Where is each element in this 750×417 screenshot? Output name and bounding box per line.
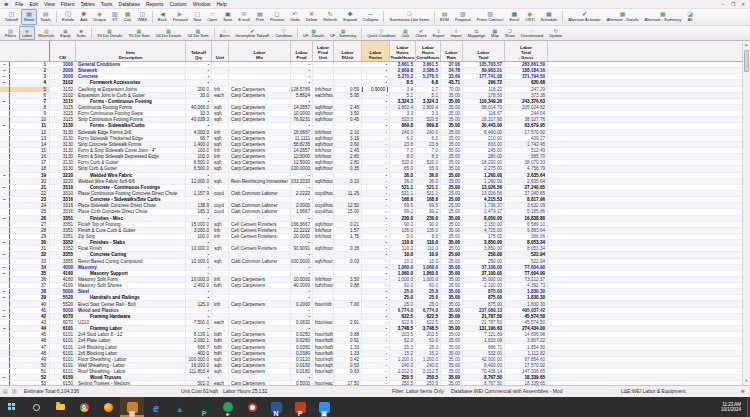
cell-description[interactable]: Float Finish xyxy=(76,246,186,251)
row-number[interactable]: 48 xyxy=(10,351,50,356)
cell-unit[interactable]: each xyxy=(212,93,229,98)
cell-labor-mix[interactable]: Carp Carpenters xyxy=(229,136,291,141)
cell-labor-hours-crew[interactable]: 520.0 xyxy=(416,160,441,165)
cell-labor-total[interactable]: 237,089.13 xyxy=(463,308,505,313)
row-collapse-marker[interactable] xyxy=(0,222,10,227)
cell-labor-per-unit[interactable] xyxy=(334,252,362,257)
cell-unit[interactable]: lnft xyxy=(212,148,229,153)
cell-takeoff-qty[interactable]: 10,000.0 xyxy=(186,246,212,251)
cell-labor-factor[interactable]: - xyxy=(362,246,390,251)
cell-labor-rate[interactable]: 35.00 xyxy=(441,246,463,251)
cell-labor-prod[interactable]: 14.2857 xyxy=(291,105,313,110)
cell-labor-hours-crew[interactable]: 5.1 xyxy=(416,93,441,98)
cell-labor-factor[interactable]: - xyxy=(362,185,390,190)
cell-labor-total[interactable]: 8,767.50 xyxy=(463,375,505,380)
cell-labor-total[interactable]: 1,820.09 xyxy=(463,338,505,343)
cell-labor-prod-unit[interactable]: sqft/hour xyxy=(313,166,334,171)
row-number[interactable]: 7 xyxy=(10,99,50,104)
cell-takeoff-qty[interactable]: - xyxy=(186,185,212,190)
cell-labor-factor[interactable]: - xyxy=(362,80,390,85)
cell-labor-prod-unit[interactable]: hour/bdft xyxy=(313,338,334,343)
cell-labor-prod[interactable]: - xyxy=(291,271,313,276)
row-filler[interactable] xyxy=(548,375,742,380)
cell-labor-hours-trade[interactable]: 3,748.5 xyxy=(390,326,416,331)
cell-labor-per-unit[interactable]: 0.63 xyxy=(334,369,362,374)
expand-button[interactable]: ✚Expand xyxy=(340,9,360,25)
row-number[interactable]: 10 xyxy=(10,117,50,122)
cell-labor-hours-trade[interactable]: 168.6 xyxy=(390,197,416,202)
cell-description[interactable]: Strip Continuous Footing Forms xyxy=(76,117,186,122)
edm-button[interactable]: ▤EDM xyxy=(437,9,452,25)
cell-labor-hours-trade[interactable]: 3.3 xyxy=(390,111,416,116)
cell-labor-factor[interactable]: - xyxy=(362,166,390,171)
row-filler[interactable] xyxy=(548,351,742,356)
cell-csi[interactable]: 3102 xyxy=(50,87,76,92)
cell-labor-mix[interactable] xyxy=(229,74,291,79)
cell-labor-hours-crew[interactable]: 2,800.4 xyxy=(416,105,441,110)
cell-unit[interactable] xyxy=(212,265,229,270)
cell-labor-prod-unit[interactable] xyxy=(313,99,334,104)
cell-takeoff-qty[interactable]: 2,000.1 xyxy=(186,338,212,343)
column-header-qty[interactable]: TakeoffQty xyxy=(186,41,212,61)
row-filler[interactable] xyxy=(548,295,742,300)
cell-labor-total[interactable]: 250.00 xyxy=(463,252,505,257)
cell-labor-hours-crew[interactable]: 1,060.0 xyxy=(416,271,441,276)
row-number[interactable]: 34 xyxy=(10,265,50,270)
green-app-icon[interactable] xyxy=(216,397,240,417)
cell-labor-total[interactable]: 875.00 xyxy=(463,301,505,306)
cell-csi[interactable]: 3310 xyxy=(50,185,76,190)
cell-labor-total-gross[interactable]: 2,635.64 xyxy=(505,179,548,184)
cell-labor-per-unit[interactable]: 1.75 xyxy=(334,234,362,239)
cell-takeoff-qty[interactable]: 138.9 xyxy=(186,203,212,208)
row-filler[interactable] xyxy=(548,338,742,343)
cell-labor-prod[interactable]: 0.0260 xyxy=(291,338,313,343)
cell-labor-total[interactable]: 8,400.00 xyxy=(463,363,505,368)
vt-button[interactable]: ▥VT xyxy=(109,9,121,25)
cell-description[interactable]: Erect Stair Center Rail - Bolt xyxy=(76,301,186,306)
minimize-icon[interactable] xyxy=(719,0,727,8)
cell-labor-mix[interactable]: Rein Reinforcing Ironworker xyxy=(229,179,291,184)
calc-button[interactable]: ▦Calc xyxy=(121,9,135,25)
cell-labor-hours-crew[interactable]: 250.5 xyxy=(416,375,441,380)
cell-labor-mix[interactable]: Carp Carpenters xyxy=(229,277,291,282)
cell-labor-total[interactable]: 89,963.01 xyxy=(463,68,505,73)
cell-labor-factor[interactable]: - xyxy=(362,363,390,368)
row-number[interactable]: 13 xyxy=(10,136,50,141)
column-header-rate[interactable]: LaborRate xyxy=(441,41,463,61)
cell-labor-hours-trade[interactable]: 25.3 xyxy=(390,344,416,349)
cell-csi[interactable]: 6101 xyxy=(50,357,76,362)
cell-labor-total[interactable]: 98,014.70 xyxy=(463,105,505,110)
cell-labor-hours-crew[interactable]: 36.0 xyxy=(416,173,441,178)
cell-labor-hours-crew[interactable]: 1,000.0 xyxy=(416,277,441,282)
row-filler[interactable] xyxy=(548,228,742,233)
cell-csi[interactable]: 3352 xyxy=(50,246,76,251)
cell-unit[interactable] xyxy=(212,271,229,276)
cell-takeoff-qty[interactable]: 6,500.0 xyxy=(186,166,212,171)
cell-labor-hours-trade[interactable]: 240.0 xyxy=(390,130,416,135)
row-filler[interactable] xyxy=(548,234,742,239)
cell-description[interactable]: 2x4 Blocking Labor xyxy=(76,344,186,349)
row-collapse-marker[interactable] xyxy=(0,117,10,122)
cell-labor-factor[interactable]: - xyxy=(362,344,390,349)
cell-csi[interactable]: 3130 xyxy=(50,130,76,135)
cell-labor-prod[interactable]: - xyxy=(291,68,313,73)
row-number[interactable]: 33 xyxy=(10,259,50,264)
cell-labor-prod[interactable]: - xyxy=(291,314,313,319)
cell-labor-per-unit[interactable] xyxy=(334,240,362,245)
cell-description[interactable]: Forms - Continuous Footing xyxy=(76,99,186,104)
estimating-app-icon[interactable] xyxy=(120,397,144,417)
scrollbar-thumb[interactable] xyxy=(744,50,749,72)
row-filler[interactable] xyxy=(548,363,742,368)
alternate-summary-button[interactable]: ▦Alternate - Summary xyxy=(641,9,684,25)
check-button[interactable]: ✔Check xyxy=(412,26,429,40)
cell-labor-mix[interactable]: Clab Common Laborer xyxy=(229,191,291,196)
cell-labor-rate[interactable]: 35.00 xyxy=(441,326,463,331)
row-filler[interactable] xyxy=(548,301,742,306)
e-mail-button[interactable]: ✉E-mail xyxy=(235,9,252,25)
cell-labor-per-unit[interactable] xyxy=(334,62,362,67)
cell-labor-per-unit[interactable] xyxy=(334,216,362,221)
cell-labor-prod-unit[interactable]: sqft/hour xyxy=(313,259,334,264)
cell-labor-hours-crew[interactable]: 99.2 xyxy=(416,209,441,214)
cell-unit[interactable]: sqft xyxy=(212,179,229,184)
cell-labor-total-gross[interactable]: 45,574.50 xyxy=(505,320,548,325)
